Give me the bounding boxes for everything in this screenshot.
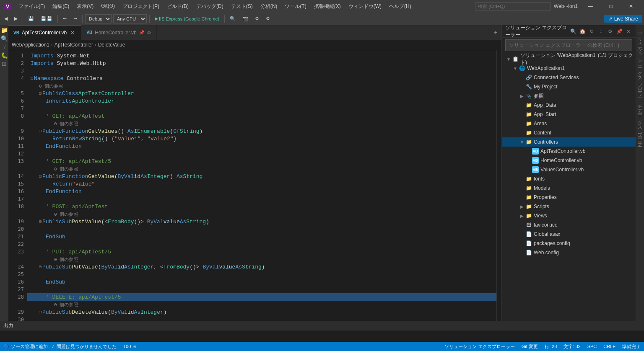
favicon-expand[interactable] bbox=[519, 222, 525, 228]
activity-git[interactable]: ⑂ bbox=[1, 44, 8, 50]
toolbar-redo[interactable]: ↪ bbox=[71, 14, 80, 23]
menu-extensions[interactable]: 拡張機能(X) bbox=[311, 2, 344, 11]
toolbar-forward[interactable]: ▶ bbox=[12, 14, 20, 23]
menu-help[interactable]: ヘルプ(H) bbox=[386, 2, 415, 11]
toolbar-step1[interactable]: ⚙ bbox=[252, 14, 262, 23]
toolbar-saveall[interactable]: 💾💾 bbox=[38, 14, 55, 23]
debug-config-dropdown[interactable]: Debug bbox=[85, 14, 112, 23]
webconfig-expand[interactable] bbox=[519, 249, 525, 256]
menu-debug[interactable]: デバッグ(D) bbox=[193, 2, 227, 11]
tree-favicon[interactable]: 🖼 favicon.ico bbox=[502, 220, 636, 230]
areas-expand[interactable] bbox=[519, 120, 525, 127]
maximize-button[interactable]: □ bbox=[601, 0, 621, 13]
menu-tools[interactable]: ツール(T) bbox=[281, 2, 309, 11]
tree-connected-services[interactable]: 🔗 Connected Services bbox=[502, 73, 636, 82]
menu-git[interactable]: Git(G) bbox=[98, 2, 118, 11]
tree-views[interactable]: ▶ 📁 Views bbox=[502, 211, 636, 220]
solution-root[interactable]: ▼ 📋 ソリューション 'WebApplication1' (1/1 プロジェク… bbox=[502, 54, 636, 64]
code-editor[interactable]: 1234567891011121314151617181920212223242… bbox=[8, 50, 501, 321]
far-right-label[interactable]: ソリューション エクスプローラー bbox=[636, 27, 644, 96]
toolbar-back[interactable]: ◀ bbox=[2, 14, 10, 23]
project-expand-icon[interactable]: ▼ bbox=[512, 65, 519, 72]
tab-apttest-close[interactable]: ✕ bbox=[69, 29, 76, 36]
tree-web-config[interactable]: 📄 Web.config bbox=[502, 248, 636, 257]
git-changes-status[interactable]: Git 変更 bbox=[522, 343, 538, 350]
activity-extensions[interactable]: ⊞ bbox=[1, 60, 8, 67]
cpu-dropdown[interactable]: Any CPU bbox=[113, 14, 147, 23]
menu-view[interactable]: 表示(V) bbox=[73, 2, 97, 11]
panel-close[interactable]: ✕ bbox=[625, 28, 632, 35]
home-expand[interactable] bbox=[525, 157, 532, 164]
run-button[interactable]: ▶ IIS Express (Google Chrome) bbox=[152, 14, 222, 23]
models-expand[interactable] bbox=[519, 185, 525, 191]
toolbar-screenshot[interactable]: 📷 bbox=[240, 14, 251, 23]
solution-search-input[interactable] bbox=[505, 39, 632, 51]
global-expand[interactable] bbox=[519, 231, 525, 237]
minimize-button[interactable]: — bbox=[581, 0, 600, 13]
tree-references[interactable]: ▶ 📎 参照 bbox=[502, 91, 636, 101]
tree-scripts[interactable]: ▶ 📁 Scripts bbox=[502, 202, 636, 211]
menu-build[interactable]: ビルド(B) bbox=[164, 2, 192, 11]
tree-app-start[interactable]: 📁 App_Start bbox=[502, 110, 636, 119]
toolbar-undo[interactable]: ↩ bbox=[60, 14, 69, 23]
panel-icon-search[interactable]: 🔍 bbox=[569, 28, 577, 35]
tree-homecontroller-vb[interactable]: VB HomeController.vb bbox=[502, 156, 636, 165]
panel-icon-settings[interactable]: ⚙ bbox=[606, 28, 614, 35]
cs-expand[interactable] bbox=[519, 74, 525, 81]
code-content[interactable]: Imports System.NetImports System.Web.Htt… bbox=[27, 50, 496, 321]
menu-project[interactable]: プロジェクト(P) bbox=[119, 2, 163, 11]
tree-models[interactable]: 📁 Models bbox=[502, 183, 636, 193]
menu-window[interactable]: ウィンドウ(W) bbox=[345, 2, 385, 11]
apttest-expand[interactable] bbox=[525, 148, 532, 155]
panel-icon-refresh[interactable]: ↻ bbox=[588, 28, 595, 35]
panel-icon-collapse[interactable]: ↕ bbox=[597, 28, 605, 35]
live-share-button[interactable]: ↗ Live Share bbox=[604, 15, 642, 23]
scripts-expand[interactable]: ▶ bbox=[519, 203, 525, 210]
values-expand[interactable] bbox=[525, 166, 532, 173]
content-expand[interactable] bbox=[519, 129, 525, 136]
props-expand[interactable] bbox=[519, 194, 525, 201]
tree-my-project[interactable]: 🔧 My Project bbox=[502, 82, 636, 91]
tree-apttest-vb[interactable]: VB AptTestController.vb bbox=[502, 147, 636, 156]
toolbar-save[interactable]: 💾 bbox=[26, 14, 36, 23]
panel-pin[interactable]: 📌 bbox=[615, 28, 623, 35]
menu-edit[interactable]: 編集(E) bbox=[49, 2, 73, 11]
ad-expand[interactable] bbox=[519, 102, 525, 108]
ctrl-expand[interactable]: ▼ bbox=[519, 139, 525, 145]
menu-test[interactable]: テスト(S) bbox=[228, 2, 256, 11]
close-button[interactable]: ✕ bbox=[621, 0, 641, 13]
menu-file[interactable]: ファイル(F) bbox=[15, 2, 48, 11]
fonts-expand[interactable] bbox=[519, 176, 525, 182]
toolbar-attach[interactable]: 🔍 bbox=[227, 14, 238, 23]
status-ready[interactable]: 🔵 ソース管理に追加 bbox=[3, 343, 48, 350]
tree-packages-config[interactable]: 📄 packages.config bbox=[502, 239, 636, 248]
toolbar-step2[interactable]: ⚙ bbox=[263, 14, 273, 23]
panel-icon-home[interactable]: 🏠 bbox=[579, 28, 586, 35]
as-expand[interactable] bbox=[519, 111, 525, 118]
tree-properties[interactable]: 📁 Properties bbox=[502, 193, 636, 202]
tab-homecontroller[interactable]: VB HomeController.vb 📌 ⚙ bbox=[81, 25, 156, 40]
solution-expand-icon[interactable]: ▼ bbox=[505, 56, 512, 62]
tree-global-asax[interactable]: 📄 Global.asax bbox=[502, 230, 636, 239]
tree-content[interactable]: 📁 Content bbox=[502, 128, 636, 137]
activity-debug[interactable]: 🐛 bbox=[1, 52, 8, 59]
views-expand[interactable]: ▶ bbox=[519, 212, 525, 219]
tab-home-settings[interactable]: ⚙ bbox=[147, 30, 151, 36]
activity-explorer[interactable]: 📁 bbox=[1, 27, 8, 34]
packages-expand[interactable] bbox=[519, 240, 525, 247]
far-right-label2[interactable]: チームエクスプローラー bbox=[636, 100, 644, 146]
activity-search[interactable]: 🔍 bbox=[1, 35, 8, 42]
tree-valuescontroller-vb[interactable]: VB ValuesController.vb bbox=[502, 165, 636, 174]
ref-expand[interactable]: ▶ bbox=[519, 93, 525, 99]
menu-analyze[interactable]: 分析(N) bbox=[257, 2, 281, 11]
tree-app-data[interactable]: 📁 App_Data bbox=[502, 101, 636, 110]
solution-explorer-status[interactable]: ソリューション エクスプローラー bbox=[444, 343, 515, 350]
add-tab-button[interactable]: + bbox=[490, 25, 501, 40]
tree-areas[interactable]: 📁 Areas bbox=[502, 119, 636, 128]
global-search[interactable] bbox=[475, 2, 551, 10]
tree-fonts[interactable]: 📁 fonts bbox=[502, 174, 636, 183]
tab-apttest[interactable]: VB AptTestController.vb ✕ bbox=[8, 25, 81, 40]
tree-controllers[interactable]: ▼ 📁 Controllers bbox=[502, 137, 636, 147]
status-errors[interactable]: ✓ 問題は見つかりませんでした bbox=[51, 343, 117, 350]
mp-expand[interactable] bbox=[519, 83, 525, 90]
